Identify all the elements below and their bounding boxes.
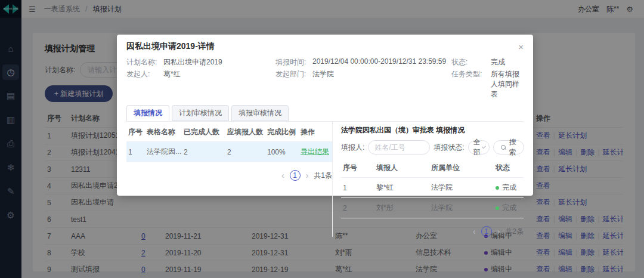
tab-填报审核情况[interactable]: 填报审核情况 — [231, 105, 289, 121]
next-page-icon[interactable]: › — [497, 227, 500, 236]
cell-status: 完成 — [494, 178, 524, 198]
cell-ratio: 100% — [265, 142, 299, 162]
tab-填报情况[interactable]: 填报情况 — [126, 105, 169, 121]
modal-title: 因私出境申请2019-详情 — [126, 41, 215, 52]
fill-status-row: 1黎*虹法学院完成 — [341, 178, 524, 198]
fill-status-pane: 法学院因私出国（境）审批表 填报情况 填报人: 填报状态: 全部 搜索 序号填报… — [332, 122, 524, 237]
cell-unit: 法学院 — [429, 198, 494, 218]
tab-计划审核情况[interactable]: 计划审核情况 — [172, 105, 229, 121]
status-filter-select[interactable]: 全部 — [468, 140, 490, 155]
total-count: 共1条 — [314, 171, 332, 181]
modal-close-icon[interactable]: × — [518, 42, 524, 51]
chevron-down-icon — [482, 144, 486, 149]
column-header: 填报人 — [374, 159, 429, 178]
detail-field: 任务类型:所有填报人填同样表 — [451, 69, 524, 100]
cell-index: 2 — [341, 198, 374, 218]
fill-status-row: 2刘*彤法学院完成 — [341, 198, 524, 218]
detail-value: 法学院 — [312, 69, 334, 100]
cell-index: 1 — [341, 178, 374, 198]
cell-index: 1 — [126, 142, 145, 162]
cell-unit: 法学院 — [429, 178, 494, 198]
column-header: 状态 — [494, 159, 524, 178]
plan-detail-fields: 计划名称:因私出境申请2019填报时间:2019/12/04 00:00:00-… — [126, 57, 524, 100]
detail-value: 2019/12/04 00:00:00-2019/12/31 23:59:59 — [312, 57, 446, 67]
cell-required-count: 2 — [225, 142, 265, 162]
search-button[interactable]: 搜索 — [493, 140, 524, 155]
column-header: 完成比例 — [265, 123, 299, 142]
column-header: 表格名称 — [145, 123, 182, 142]
status-dot — [496, 206, 499, 210]
cell-operation: 导出结果 — [299, 142, 332, 162]
fill-status-pagination: ‹1›共2条 — [341, 226, 524, 237]
export-results-link[interactable]: 导出结果 — [301, 147, 329, 156]
search-icon — [501, 145, 506, 150]
fill-status-header-row: 序号填报人所属单位状态 — [341, 159, 524, 178]
next-page-icon[interactable]: › — [306, 171, 309, 180]
column-header: 序号 — [341, 159, 374, 178]
plan-detail-modal: 因私出境申请2019-详情 × 计划名称:因私出境申请2019填报时间:2019… — [117, 35, 533, 196]
prev-page-icon[interactable]: ‹ — [281, 171, 284, 180]
detail-value: 完成 — [491, 57, 505, 67]
detail-label: 任务类型: — [451, 69, 491, 100]
detail-value: 因私出境申请2019 — [163, 57, 222, 67]
column-header: 已完成人数 — [182, 123, 225, 142]
form-summary-row[interactable]: 1法学院因...22100%导出结果 — [126, 142, 332, 162]
total-count: 共2条 — [505, 227, 524, 237]
form-summary-header-row: 序号表格名称已完成人数应填报人数完成比例操作 — [126, 123, 332, 142]
detail-label: 发起部门: — [275, 69, 312, 100]
status-filter-label: 填报状态: — [434, 143, 464, 153]
detail-field: 状态:完成 — [451, 57, 524, 67]
column-header: 应填报人数 — [225, 123, 265, 142]
form-summary-pagination: ‹1›共1条 — [126, 170, 332, 181]
person-filter-input[interactable] — [368, 140, 430, 155]
detail-field: 填报时间:2019/12/04 00:00:00-2019/12/31 23:5… — [275, 57, 451, 67]
status-dot — [496, 186, 499, 190]
person-filter-label: 填报人: — [341, 143, 364, 153]
page-number[interactable]: 1 — [481, 226, 492, 237]
detail-field: 发起部门:法学院 — [275, 69, 451, 100]
detail-field: 发起人:葛*红 — [126, 69, 275, 100]
fill-status-title: 法学院因私出国（境）审批表 填报情况 — [341, 125, 524, 135]
cell-status: 完成 — [494, 198, 524, 218]
detail-label: 发起人: — [126, 69, 163, 100]
page-number[interactable]: 1 — [290, 170, 301, 181]
column-header: 所属单位 — [429, 159, 494, 178]
cell-done-count: 2 — [182, 142, 225, 162]
fill-status-table: 序号填报人所属单位状态 1黎*虹法学院完成2刘*彤法学院完成 — [341, 159, 524, 218]
form-summary-table: 序号表格名称已完成人数应填报人数完成比例操作 1法学院因...22100%导出结… — [126, 123, 332, 162]
cell-person: 黎*虹 — [374, 178, 429, 198]
column-header: 序号 — [126, 123, 145, 142]
detail-value: 葛*红 — [163, 69, 181, 100]
prev-page-icon[interactable]: ‹ — [473, 227, 476, 236]
detail-label: 填报时间: — [275, 57, 312, 67]
form-summary-pane: 序号表格名称已完成人数应填报人数完成比例操作 1法学院因...22100%导出结… — [126, 122, 332, 237]
column-header: 操作 — [299, 123, 332, 142]
detail-field: 计划名称:因私出境申请2019 — [126, 57, 275, 67]
cell-form-name: 法学院因... — [145, 142, 182, 162]
modal-tabs: 填报情况计划审核情况填报审核情况 — [126, 105, 524, 121]
detail-value: 所有填报人填同样表 — [491, 69, 524, 100]
detail-label: 状态: — [451, 57, 491, 67]
cell-person: 刘*彤 — [374, 198, 429, 218]
detail-label: 计划名称: — [126, 57, 163, 67]
